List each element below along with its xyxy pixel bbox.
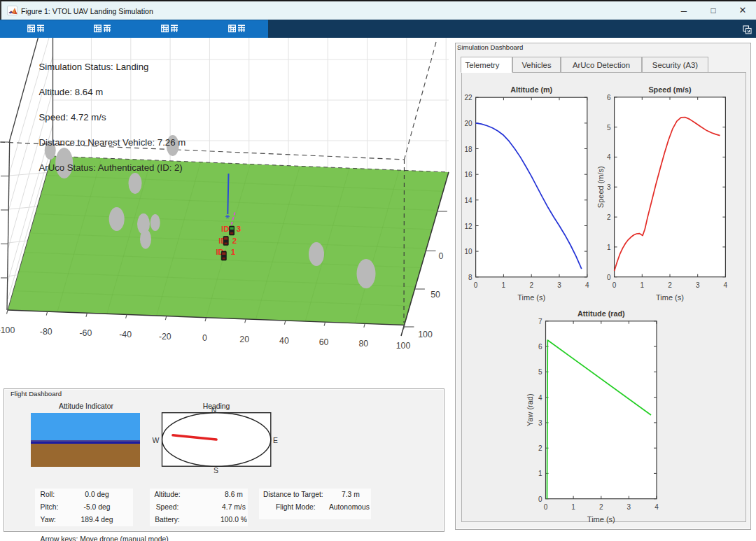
svg-text:0: 0 — [474, 281, 478, 289]
svg-text:3: 3 — [607, 183, 611, 191]
svg-text:Time (s): Time (s) — [656, 293, 684, 302]
svg-text:4: 4 — [654, 503, 659, 511]
svg-text:20: 20 — [239, 335, 249, 344]
svg-text:50: 50 — [430, 290, 440, 300]
svg-text:10: 10 — [464, 248, 472, 255]
svg-text:0: 0 — [202, 333, 207, 343]
svg-text:0: 0 — [439, 251, 444, 261]
svg-text:-60: -60 — [80, 328, 92, 338]
svg-text:-100: -100 — [0, 325, 15, 335]
svg-text:18: 18 — [464, 146, 472, 153]
svg-text:4: 4 — [724, 281, 728, 289]
svg-text:-40: -40 — [119, 330, 132, 339]
svg-text:3: 3 — [557, 281, 561, 289]
svg-text:0: 0 — [612, 281, 617, 289]
svg-text:4: 4 — [538, 394, 542, 402]
svg-text:8: 8 — [468, 274, 472, 281]
svg-text:Speed (m/s): Speed (m/s) — [648, 85, 692, 94]
svg-text:1: 1 — [607, 244, 611, 251]
svg-text:20: 20 — [464, 120, 472, 127]
svg-text:14: 14 — [464, 197, 472, 204]
svg-text:Altitude: 8.64 m: Altitude: 8.64 m — [39, 87, 104, 97]
svg-text:0: 0 — [538, 496, 542, 503]
svg-text:6: 6 — [607, 94, 611, 101]
svg-text:2: 2 — [529, 281, 533, 289]
svg-text:1: 1 — [538, 470, 542, 477]
svg-text:1: 1 — [231, 248, 236, 256]
svg-text:80: 80 — [358, 339, 368, 349]
svg-text:Speed (m/s): Speed (m/s) — [596, 166, 605, 208]
svg-text:S: S — [214, 466, 218, 475]
svg-text:16: 16 — [464, 171, 472, 178]
svg-text:4: 4 — [607, 153, 611, 161]
svg-text:0: 0 — [607, 274, 611, 281]
svg-text:100: 100 — [396, 341, 411, 351]
svg-text:7: 7 — [538, 318, 542, 325]
svg-text:3: 3 — [627, 503, 631, 511]
svg-text:1: 1 — [640, 281, 645, 289]
svg-text:5: 5 — [538, 368, 542, 376]
svg-text:Time (s): Time (s) — [517, 293, 545, 302]
svg-text:Simulation Status: Landing: Simulation Status: Landing — [39, 62, 149, 72]
svg-text:-20: -20 — [159, 332, 172, 342]
svg-text:40: 40 — [279, 336, 289, 346]
svg-text:1: 1 — [502, 281, 506, 289]
svg-text:W: W — [153, 436, 160, 444]
svg-text:Time (s): Time (s) — [587, 515, 615, 524]
svg-text:1: 1 — [571, 503, 575, 511]
svg-text:Yaw (rad): Yaw (rad) — [526, 393, 534, 426]
svg-text:2: 2 — [232, 237, 237, 245]
svg-text:100: 100 — [418, 330, 433, 339]
svg-text:ArUco Status: Authenticated (I: ArUco Status: Authenticated (ID: 2) — [39, 162, 183, 173]
svg-text:Attitude (rad): Attitude (rad) — [578, 309, 625, 318]
svg-text:2: 2 — [538, 444, 542, 452]
svg-text:Speed: 4.72 m/s: Speed: 4.72 m/s — [39, 112, 106, 122]
svg-text:4: 4 — [585, 281, 589, 289]
svg-text:3: 3 — [538, 419, 542, 427]
svg-text:-80: -80 — [40, 327, 52, 337]
svg-text:3: 3 — [237, 225, 241, 233]
svg-text:5: 5 — [607, 124, 611, 132]
svg-text:6: 6 — [538, 343, 542, 351]
svg-text:N: N — [211, 406, 217, 414]
svg-text:2: 2 — [599, 503, 603, 511]
svg-text:2: 2 — [668, 281, 672, 289]
svg-text:60: 60 — [319, 337, 329, 347]
svg-text:Distance to Nearest Vehicle: 7: Distance to Nearest Vehicle: 7.26 m — [39, 137, 186, 148]
svg-text:12: 12 — [464, 223, 472, 230]
svg-text:0: 0 — [544, 503, 548, 511]
svg-text:E: E — [273, 436, 278, 444]
svg-text:22: 22 — [464, 94, 472, 101]
svg-text:3: 3 — [696, 281, 700, 289]
svg-text:Altitude (m): Altitude (m) — [510, 85, 552, 94]
svg-text:2: 2 — [607, 213, 611, 221]
